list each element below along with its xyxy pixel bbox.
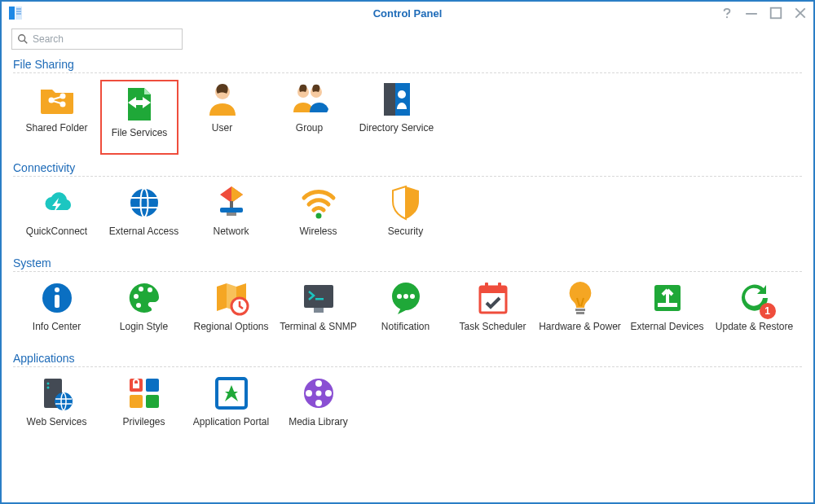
item-label: Group — [296, 122, 323, 147]
file-sharing-grid: Shared Folder File Services User Group D… — [13, 75, 802, 155]
server-globe-icon — [37, 374, 77, 413]
connectivity-grid: QuickConnect External Access Network Wir… — [13, 178, 802, 250]
item-update-restore[interactable]: 1 Update & Restore — [711, 278, 798, 345]
svg-point-8 — [19, 35, 25, 42]
section-header-system: System — [13, 256, 802, 272]
item-web-services[interactable]: Web Services — [13, 374, 100, 440]
item-file-services[interactable]: File Services — [100, 80, 178, 155]
item-login-style[interactable]: Login Style — [100, 278, 187, 345]
svg-rect-32 — [304, 285, 333, 308]
item-label: Info Center — [33, 321, 81, 345]
section-header-applications: Applications — [13, 352, 802, 367]
item-media-library[interactable]: Media Library — [275, 374, 362, 440]
item-label: Application Portal — [193, 416, 269, 440]
item-label: Web Services — [27, 416, 87, 440]
svg-rect-15 — [384, 83, 395, 116]
svg-point-59 — [315, 380, 322, 387]
item-directory-service[interactable]: Directory Service — [353, 80, 440, 155]
film-reel-icon — [299, 374, 338, 413]
item-label: Directory Service — [359, 122, 434, 147]
svg-rect-44 — [576, 312, 584, 314]
search-input[interactable] — [33, 33, 177, 45]
svg-rect-7 — [771, 8, 782, 19]
svg-rect-54 — [146, 395, 159, 408]
svg-rect-33 — [315, 298, 324, 300]
item-wireless[interactable]: Wireless — [275, 183, 362, 250]
svg-point-38 — [410, 294, 415, 299]
svg-point-58 — [315, 391, 321, 397]
item-label: Notification — [381, 321, 430, 345]
item-group[interactable]: Group — [266, 80, 353, 155]
item-label: Login Style — [120, 321, 168, 345]
control-panel-window: Control Panel File Sharing Shared Folder… — [0, 0, 815, 504]
item-external-access[interactable]: External Access — [100, 183, 187, 250]
svg-rect-43 — [575, 309, 585, 311]
svg-rect-0 — [9, 7, 15, 20]
svg-rect-40 — [480, 287, 506, 293]
svg-rect-53 — [130, 395, 143, 408]
network-icon — [212, 183, 251, 222]
svg-point-62 — [325, 390, 332, 397]
cloud-bolt-icon — [37, 183, 77, 222]
item-info-center[interactable]: Info Center — [13, 278, 100, 345]
svg-point-17 — [398, 90, 406, 99]
item-external-devices[interactable]: External Devices — [623, 278, 711, 345]
svg-point-37 — [403, 294, 408, 299]
item-task-scheduler[interactable]: Task Scheduler — [449, 278, 536, 345]
item-label: Hardware & Power — [539, 321, 621, 345]
svg-rect-26 — [55, 295, 59, 308]
item-label: Update & Restore — [716, 321, 793, 345]
item-label: Task Scheduler — [459, 321, 526, 345]
item-security[interactable]: Security — [362, 183, 449, 250]
item-label: Media Library — [289, 416, 348, 440]
svg-rect-46 — [658, 303, 677, 307]
user-icon — [203, 80, 242, 119]
minimize-icon[interactable] — [745, 7, 758, 20]
svg-point-10 — [59, 94, 65, 99]
item-terminal-snmp[interactable]: Terminal & SNMP — [275, 278, 362, 345]
map-clock-icon — [212, 278, 251, 318]
group-icon — [290, 80, 329, 119]
item-label: Network — [213, 226, 249, 250]
item-hardware-power[interactable]: Hardware & Power — [536, 278, 623, 345]
item-label: Shared Folder — [25, 122, 87, 147]
file-services-icon — [120, 85, 159, 124]
item-label: Privileges — [122, 416, 165, 440]
svg-rect-55 — [133, 383, 139, 388]
external-drive-icon — [648, 278, 687, 318]
item-regional-options[interactable]: Regional Options — [187, 278, 275, 345]
svg-point-49 — [46, 387, 49, 389]
item-application-portal[interactable]: Application Portal — [187, 374, 275, 440]
svg-point-50 — [55, 392, 73, 410]
item-user[interactable]: User — [178, 80, 266, 155]
window-title: Control Panel — [2, 7, 813, 20]
item-label: File Services — [112, 127, 168, 151]
svg-point-25 — [55, 287, 59, 292]
svg-point-30 — [136, 303, 141, 308]
folder-share-icon — [37, 80, 77, 119]
svg-rect-52 — [146, 379, 159, 392]
item-network[interactable]: Network — [187, 183, 275, 250]
close-icon[interactable] — [794, 7, 807, 20]
item-label: Regional Options — [193, 321, 268, 345]
item-notification[interactable]: Notification — [362, 278, 449, 345]
shield-icon — [386, 183, 425, 222]
item-privileges[interactable]: Privileges — [100, 374, 187, 440]
search-input-wrap[interactable] — [11, 28, 183, 50]
item-label: User — [212, 122, 232, 147]
item-quickconnect[interactable]: QuickConnect — [13, 183, 100, 250]
svg-point-5 — [726, 16, 728, 18]
section-header-connectivity: Connectivity — [13, 161, 802, 177]
privileges-icon — [125, 374, 164, 413]
item-shared-folder[interactable]: Shared Folder — [13, 80, 100, 155]
svg-point-28 — [139, 287, 143, 291]
svg-point-60 — [315, 400, 322, 406]
item-label: QuickConnect — [26, 226, 87, 250]
svg-rect-21 — [220, 208, 243, 213]
help-icon[interactable] — [720, 7, 734, 20]
chat-bubble-icon — [386, 278, 425, 318]
wifi-icon — [299, 183, 338, 222]
palette-icon — [125, 278, 164, 318]
maximize-icon[interactable] — [769, 7, 782, 20]
svg-rect-22 — [227, 213, 236, 216]
